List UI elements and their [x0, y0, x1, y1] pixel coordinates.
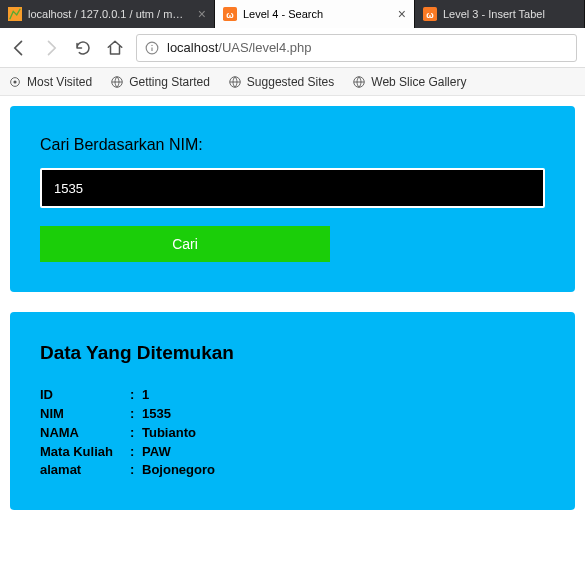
- bookmark-item[interactable]: Suggested Sites: [228, 75, 334, 89]
- result-row: Mata Kuliah:PAW: [40, 443, 545, 462]
- bookmark-label: Web Slice Gallery: [371, 75, 466, 89]
- result-card: Data Yang Ditemukan ID:1NIM:1535NAMA:Tub…: [10, 312, 575, 510]
- browser-nav: localhost/UAS/level4.php: [0, 28, 585, 68]
- tab-label: localhost / 127.0.0.1 / utm / m…: [28, 8, 192, 20]
- result-key: ID: [40, 386, 130, 405]
- tab-label: Level 3 - Insert Tabel: [443, 8, 576, 20]
- globe-icon: [110, 75, 124, 89]
- search-button[interactable]: Cari: [40, 226, 330, 262]
- tab-label: Level 4 - Search: [243, 8, 392, 20]
- svg-point-9: [13, 80, 16, 83]
- result-row: ID:1: [40, 386, 545, 405]
- result-key: alamat: [40, 461, 130, 480]
- result-val: PAW: [142, 443, 171, 462]
- url-bar[interactable]: localhost/UAS/level4.php: [136, 34, 577, 62]
- xampp-icon: ω: [423, 7, 437, 21]
- bookmark-item[interactable]: Getting Started: [110, 75, 210, 89]
- bookmarks-bar: Most Visited Getting Started Suggested S…: [0, 68, 585, 96]
- browser-tab[interactable]: ω Level 4 - Search ×: [215, 0, 415, 28]
- result-row: alamat:Bojonegoro: [40, 461, 545, 480]
- result-row: NIM:1535: [40, 405, 545, 424]
- browser-tabs: localhost / 127.0.0.1 / utm / m… × ω Lev…: [0, 0, 585, 28]
- bookmark-label: Getting Started: [129, 75, 210, 89]
- globe-icon: [352, 75, 366, 89]
- result-sep: :: [130, 443, 142, 462]
- reload-button[interactable]: [72, 37, 94, 59]
- result-sep: :: [130, 386, 142, 405]
- page-content: Cari Berdasarkan NIM: Cari Data Yang Dit…: [0, 96, 585, 540]
- bookmark-label: Most Visited: [27, 75, 92, 89]
- svg-text:ω: ω: [426, 10, 434, 20]
- result-sep: :: [130, 461, 142, 480]
- result-key: NIM: [40, 405, 130, 424]
- svg-text:ω: ω: [226, 10, 234, 20]
- phpmyadmin-icon: [8, 7, 22, 21]
- browser-tab[interactable]: ω Level 3 - Insert Tabel: [415, 0, 585, 28]
- close-icon[interactable]: ×: [198, 6, 206, 22]
- result-sep: :: [130, 405, 142, 424]
- result-val: Bojonegoro: [142, 461, 215, 480]
- search-card: Cari Berdasarkan NIM: Cari: [10, 106, 575, 292]
- page-info-icon[interactable]: [145, 41, 159, 55]
- url-text: localhost/UAS/level4.php: [167, 40, 312, 55]
- back-button[interactable]: [8, 37, 30, 59]
- result-val: 1: [142, 386, 149, 405]
- result-val: Tubianto: [142, 424, 196, 443]
- home-button[interactable]: [104, 37, 126, 59]
- result-heading: Data Yang Ditemukan: [40, 342, 545, 364]
- xampp-icon: ω: [223, 7, 237, 21]
- bookmark-item[interactable]: Web Slice Gallery: [352, 75, 466, 89]
- svg-point-7: [151, 44, 152, 45]
- nim-input[interactable]: [40, 168, 545, 208]
- result-key: NAMA: [40, 424, 130, 443]
- result-list: ID:1NIM:1535NAMA:TubiantoMata Kuliah:PAW…: [40, 386, 545, 480]
- result-key: Mata Kuliah: [40, 443, 130, 462]
- search-label: Cari Berdasarkan NIM:: [40, 136, 545, 154]
- gear-icon: [8, 75, 22, 89]
- result-val: 1535: [142, 405, 171, 424]
- close-icon[interactable]: ×: [398, 6, 406, 22]
- bookmark-label: Suggested Sites: [247, 75, 334, 89]
- result-row: NAMA:Tubianto: [40, 424, 545, 443]
- bookmark-item[interactable]: Most Visited: [8, 75, 92, 89]
- globe-icon: [228, 75, 242, 89]
- result-sep: :: [130, 424, 142, 443]
- forward-button: [40, 37, 62, 59]
- browser-tab[interactable]: localhost / 127.0.0.1 / utm / m… ×: [0, 0, 215, 28]
